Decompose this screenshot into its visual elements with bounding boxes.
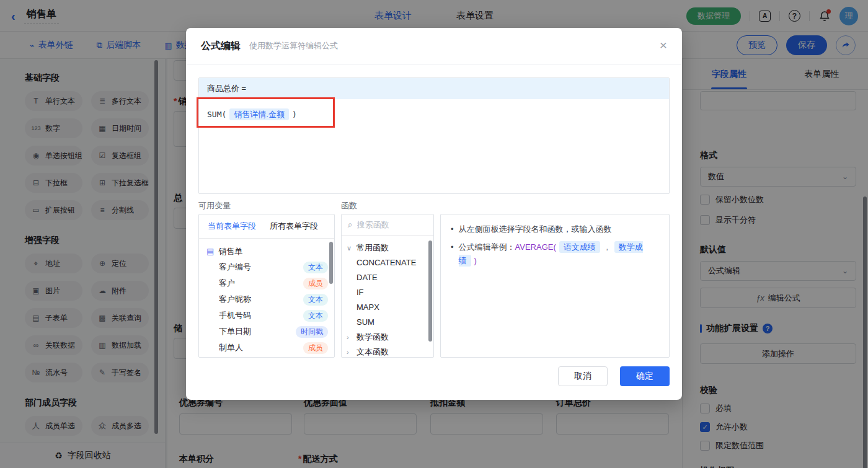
type-badge: 成员	[303, 278, 328, 289]
search-icon: ⌕	[348, 219, 353, 230]
function-item-date[interactable]: DATE	[347, 270, 428, 285]
functions-scrollbar[interactable]	[428, 241, 432, 342]
close-icon[interactable]: ×	[660, 38, 667, 51]
function-item-sum[interactable]: SUM	[347, 315, 428, 330]
type-badge: 文本	[303, 294, 328, 306]
chevron-right-icon: ›	[347, 333, 353, 341]
example-function-name: AVERAGE(	[515, 242, 556, 252]
modal-subtitle: 使用数学运算符编辑公式	[249, 40, 338, 51]
formula-edit-modal: 公式编辑 使用数学运算符编辑公式 × 商品总价 = SUM(销售详情.金额) 可…	[186, 28, 682, 400]
formula-target-bar: 商品总价 =	[199, 78, 669, 99]
function-item-mapx[interactable]: MAPX	[347, 300, 428, 315]
type-badge: 成员	[303, 342, 328, 354]
variable-row[interactable]: 下单日期时间戳	[206, 324, 328, 340]
formula-function-name: SUM(	[207, 110, 226, 119]
variables-panel: 当前表单字段 所有表单字段 ▤销售单 客户编号文本 客户成员 客户昵称文本 手机…	[198, 214, 335, 358]
example-field-token: 语文成绩	[559, 241, 600, 253]
chevron-right-icon: ›	[347, 348, 353, 356]
app-root: ‹ 销售单 表单设计 表单设置 数据管理 A ? 理 ⌁ 表单外链	[0, 0, 868, 468]
variable-row[interactable]: 客户编号文本	[206, 259, 328, 275]
functions-section-label: 函数	[341, 200, 357, 211]
tab-all-form-fields[interactable]: 所有表单字段	[270, 221, 318, 232]
type-badge: 文本	[303, 262, 328, 273]
variable-row[interactable]: 客户昵称文本	[206, 291, 328, 307]
type-badge: 时间戳	[296, 326, 328, 338]
modal-title: 公式编辑	[201, 40, 241, 53]
variable-row[interactable]: 制单人成员	[206, 340, 328, 356]
help-line-2: • 公式编辑举例：AVERAGE(语文成绩，数学成绩)	[451, 241, 659, 268]
function-search-input[interactable]	[357, 220, 419, 229]
tab-current-form-fields[interactable]: 当前表单字段	[208, 221, 256, 232]
function-group-common[interactable]: ∨常用函数	[347, 241, 428, 255]
chevron-down-icon: ∨	[347, 244, 353, 252]
function-item-if[interactable]: IF	[347, 285, 428, 300]
confirm-button[interactable]: 确定	[620, 366, 670, 386]
field-token[interactable]: 销售详情.金额	[229, 108, 289, 120]
variable-row[interactable]: 客户成员	[206, 275, 328, 291]
function-group-math[interactable]: ›数学函数	[347, 330, 428, 345]
type-badge: 文本	[303, 310, 328, 322]
function-item-concatenate[interactable]: CONCATENATE	[347, 255, 428, 270]
help-line-1: • 从左侧面板选择字段名和函数，或输入函数	[451, 223, 659, 236]
function-search[interactable]: ⌕	[342, 214, 433, 236]
variables-tree-root[interactable]: ▤销售单	[206, 244, 328, 259]
variable-row[interactable]: 手机号码文本	[206, 307, 328, 324]
function-group-text[interactable]: ›文本函数	[347, 345, 428, 358]
variables-scrollbar[interactable]	[329, 242, 333, 284]
functions-panel: ⌕ ∨常用函数 CONCATENATE DATE IF MAPX SUM ›数学…	[341, 214, 434, 358]
cancel-button[interactable]: 取消	[558, 366, 608, 386]
form-doc-icon: ▤	[206, 247, 214, 256]
variables-section-label: 可用变量	[198, 200, 231, 211]
formula-editor[interactable]: 商品总价 = SUM(销售详情.金额)	[198, 77, 670, 194]
formula-expression[interactable]: SUM(销售详情.金额)	[199, 99, 669, 130]
help-panel: • 从左侧面板选择字段名和函数，或输入函数 • 公式编辑举例：AVERAGE(语…	[440, 214, 670, 358]
